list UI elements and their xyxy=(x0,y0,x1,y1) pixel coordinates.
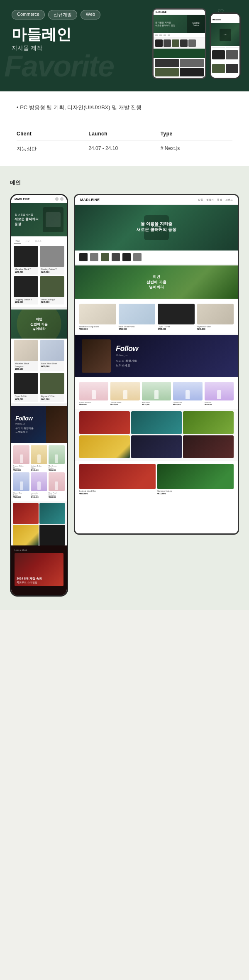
desk-footer-products: Look at Mood Red ₩85,000 Summer Nature ₩… xyxy=(75,461,238,498)
desk-perf-img-5 xyxy=(205,382,234,400)
launch-label: Launch xyxy=(88,131,160,137)
mob-tab-new[interactable]: 신상 xyxy=(24,239,31,243)
tag-new[interactable]: 신규개발 xyxy=(48,10,77,20)
desk-follow-img xyxy=(82,339,111,373)
hero-mockup-container: MADLEINE 올 여름을 지켜줄새로운 쿨터커의 등장 CoolingCot… xyxy=(152,8,241,79)
desk-hero: 올 여름을 지켜줄새로운 쿨터커의 등장 CoolingCotton xyxy=(75,205,238,251)
mob-product-list: 전체 신상 베스트 Madeline Black T₩39,000 Coolin… xyxy=(11,236,67,307)
mob-acc-img-shorts xyxy=(40,340,64,361)
mob-acc-card: Basic Wide Short₩55,000 xyxy=(40,340,64,371)
desk-acc-section: Madeline Sunglasses ₩89,000 Wide Short P… xyxy=(75,299,238,334)
tablet-screen-hero: 올 여름을 지켜줄새로운 쿨터커의 등장 CoolingCotton xyxy=(154,15,205,33)
mob-tab-best[interactable]: 베스트 xyxy=(34,239,43,243)
desk-acc-grid: Madeline Sunglasses ₩89,000 Wide Short P… xyxy=(79,304,234,330)
mob-nav: MADLEINE xyxy=(11,195,67,203)
mob-product-grid: Madeline Black T₩39,000 Cooling Cotton T… xyxy=(14,246,64,305)
mob-lam-label: Look at Mood xyxy=(15,549,63,551)
mob-follow-desc: 우리의 취향기를느껴봐세요 xyxy=(15,427,34,434)
mob-lam-banner: 2024 S/S 계절 속의 룩앳무드 스타일링 xyxy=(15,553,63,586)
mob-acc-card: Cupid T-Shirt₩38,000 xyxy=(14,373,38,402)
desk-acc-img-3 xyxy=(158,304,195,324)
mob-gallery-item-teal xyxy=(39,503,65,524)
desk-follow-title: Follow xyxy=(116,344,231,353)
mob-product-card: Dropping Cotton T₩42,000 xyxy=(14,276,38,305)
mob-perfume-grid: France EditionBlossom ₩120,000 Vintage A… xyxy=(11,443,67,502)
mob-follow-img xyxy=(46,406,67,443)
info-type: Type # Next.js xyxy=(161,124,232,152)
desk-perf-img-2 xyxy=(110,382,139,400)
desk-perf-img-1 xyxy=(79,382,108,400)
desk-follow-subtitle: #follow_us xyxy=(116,354,231,356)
mob-lam-text: 2024 S/S 계절 속의 룩앳무드 스타일링 xyxy=(17,577,42,584)
desk-perf-item: Vintage Amber ₩135,000 xyxy=(110,382,139,405)
desk-acc-item: Wide Short Pants ₩55,000 xyxy=(119,304,156,330)
mob-perf-item: Mint GreenParfum ₩115,000 xyxy=(49,445,65,471)
desk-nav-link[interactable]: 상품 xyxy=(198,198,203,202)
desk-nav: MADLEINE 상품 컬렉션 룩북 브랜드 xyxy=(75,195,238,205)
mob-hero-img-box xyxy=(43,207,63,232)
type-value: # Next.js xyxy=(161,145,232,151)
desk-nav-logo: MADLEINE xyxy=(80,198,100,202)
mob-perf-item: Rose PetalCollection ₩118,000 xyxy=(49,472,65,498)
mob-product-img-1 xyxy=(14,246,38,267)
desk-perf-item: France Blossom ₩120,000 xyxy=(79,382,108,405)
desk-gallery-item-4 xyxy=(79,435,130,458)
mob-follow-label: Follow xyxy=(15,415,34,422)
mob-tab-all[interactable]: 전체 xyxy=(14,239,21,243)
mob-gallery xyxy=(11,503,67,545)
mob-acc-card: Madeline Black Sunglass₩89,000 xyxy=(14,340,38,371)
desk-tshirt-6 xyxy=(133,253,142,261)
mob-product-card: Cooling Cotton T₩45,000 xyxy=(40,246,64,275)
desk-nav-links: 상품 컬렉션 룩북 브랜드 xyxy=(198,198,233,202)
mob-nav-icon-cart[interactable] xyxy=(60,197,63,201)
desk-nav-link[interactable]: 브랜드 xyxy=(225,198,233,202)
desk-gallery-item-3 xyxy=(183,411,234,434)
mob-perf-img-green xyxy=(49,445,65,464)
desk-tshirt-3 xyxy=(101,253,109,261)
desk-gallery-item-1 xyxy=(79,411,130,434)
info-meta: Client 지능상단 Launch 24.07 - 24.10 Type # … xyxy=(17,124,232,152)
phone-mockup: MADLEINE C.C xyxy=(210,12,241,79)
mob-gallery-item-red xyxy=(13,503,39,524)
desk-follow-desc: 우리의 취향기를느껴봐세요 xyxy=(116,359,231,368)
mob-perf-item: Ocean BlueEdition ₩125,000 xyxy=(13,472,29,498)
desk-promo-text: 이번선반에 가을넣어봐라 xyxy=(146,274,166,290)
tablet-hero-box: CoolingCotton xyxy=(187,15,205,33)
desk-acc-img-1 xyxy=(79,304,116,324)
tag-commerce[interactable]: Commerce xyxy=(12,10,45,20)
desk-product-bar xyxy=(75,251,238,264)
desk-gallery-item-6 xyxy=(183,435,234,458)
desk-hero-content: 올 여름을 지켜줄새로운 쿨터커의 등장 xyxy=(137,221,176,234)
mob-nav-icon-search[interactable] xyxy=(55,197,59,201)
mob-gallery-item-flower xyxy=(13,525,39,545)
mob-acc-grid: Madeline Black Sunglass₩89,000 Basic Wid… xyxy=(14,340,64,402)
mob-product-card: Madeline Black T₩39,000 xyxy=(14,246,38,275)
desk-tshirt-4 xyxy=(112,253,120,261)
tag-web[interactable]: Web xyxy=(81,10,100,20)
desk-fp-img-1 xyxy=(79,464,156,489)
desk-perf-item: Mint Green ₩115,000 xyxy=(142,382,171,405)
client-label: Client xyxy=(17,131,88,137)
tablet-screen: MADLEINE 올 여름을 지켜줄새로운 쿨터커의 등장 CoolingCot… xyxy=(154,10,205,78)
phone-product-grid xyxy=(211,49,239,78)
desk-nav-link[interactable]: 컬렉션 xyxy=(206,198,214,202)
desk-follow-content: Follow #follow_us 우리의 취향기를느껴봐세요 xyxy=(116,344,231,368)
desk-acc-item: Madeline Sunglasses ₩89,000 xyxy=(79,304,116,330)
mob-nav-logo: MADLEINE xyxy=(15,198,30,201)
mob-perf-img-pink xyxy=(13,445,29,464)
desktop-screen: MADLEINE 상품 컬렉션 룩북 브랜드 올 여름을 지켜줄새로운 쿨터커의… xyxy=(75,195,238,533)
preview-row: MADLEINE 올 여름을 지켜줄 새로운 쿨터커의 등장 xyxy=(10,194,239,597)
desk-tshirt-5 xyxy=(122,253,131,261)
hero-bg-text: Favorite xyxy=(4,49,114,83)
desk-fp-grid: Look at Mood Red ₩85,000 Summer Nature ₩… xyxy=(79,464,234,495)
desk-nav-link[interactable]: 룩북 xyxy=(217,198,222,202)
mob-perf-img-blue xyxy=(13,472,29,491)
client-value: 지능상단 xyxy=(17,145,88,152)
mob-perf-img-amber xyxy=(31,445,47,464)
desk-acc-item: Pigment T-Shirt ₩41,000 xyxy=(197,304,234,330)
phone-hero-img: C.C xyxy=(211,23,239,46)
mob-gallery-item-dark xyxy=(39,525,65,545)
type-label: Type xyxy=(161,131,232,137)
mob-product-card: Olive Cooling T₩45,000 xyxy=(40,276,64,305)
tablet-product-row xyxy=(154,38,205,49)
